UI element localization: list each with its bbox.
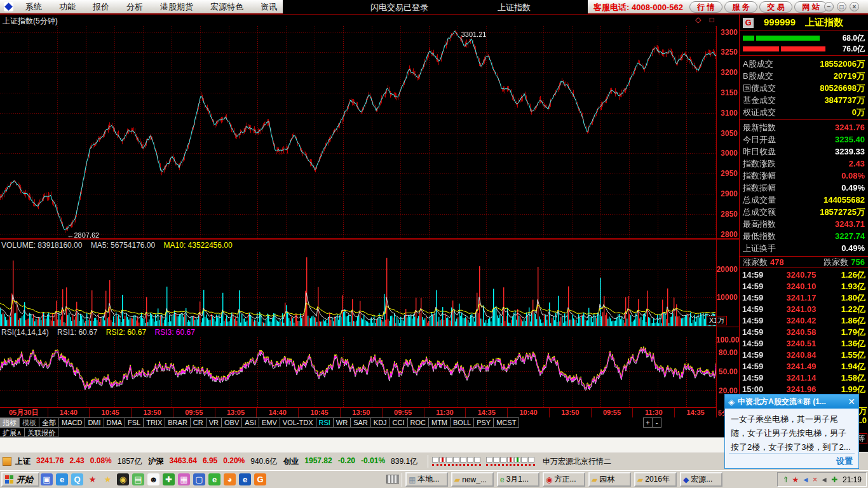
qq-icon[interactable]: ☻	[147, 473, 159, 485]
zoom-in-button[interactable]: +	[643, 417, 653, 428]
red-star-icon[interactable]: ★	[86, 473, 98, 485]
indicator-tab-MTM[interactable]: MTM	[428, 417, 451, 428]
keyboard-icon[interactable]	[386, 475, 399, 484]
tick-row[interactable]: 14:593240.841.55亿	[740, 349, 868, 361]
close-button[interactable]: ×	[850, 2, 859, 11]
blue-e-icon[interactable]: e	[239, 473, 251, 485]
restore-button[interactable]: □	[837, 2, 846, 11]
titlebar-button-行情[interactable]: 行 情	[689, 1, 722, 13]
titlebar-button-网站[interactable]: 网 站	[794, 1, 827, 13]
indicator-tab-DMA[interactable]: DMA	[104, 417, 125, 428]
indicator-tab-OBV[interactable]: OBV	[221, 417, 242, 428]
task-button-2016年[interactable]: ▰2016年	[634, 472, 677, 487]
menu-资讯[interactable]: 资讯	[261, 1, 277, 13]
titlebar-button-交易[interactable]: 交 易	[759, 1, 792, 13]
menu-分析[interactable]: 分析	[126, 1, 143, 13]
task-button-宏源...[interactable]: ◆宏源...	[680, 472, 722, 487]
tick-row[interactable]: 14:593240.751.26亿	[740, 269, 868, 281]
indicator-tab-BRAR[interactable]: BRAR	[165, 417, 191, 428]
titlebar-button-服务[interactable]: 服 务	[724, 1, 757, 13]
volume-chart-canvas[interactable]	[0, 252, 716, 326]
popup-settings-link[interactable]: 设置	[836, 456, 853, 467]
status-app-icon[interactable]	[3, 457, 11, 466]
price-chart-canvas[interactable]	[0, 26, 716, 238]
tick-row[interactable]: 14:593241.171.80亿	[740, 292, 868, 304]
indicator-tab-RSI[interactable]: RSI	[316, 417, 334, 428]
tick-list[interactable]: 14:593240.751.26亿14:593240.101.93亿14:593…	[740, 269, 868, 395]
indicator-tab-FSL[interactable]: FSL	[125, 417, 144, 428]
yellow-star-icon[interactable]: ★	[102, 473, 114, 485]
tab-指标[interactable]: 指标	[0, 417, 20, 428]
media-player-icon[interactable]: ▣	[41, 473, 53, 485]
indicator-tab-CR[interactable]: CR	[190, 417, 207, 428]
dict-icon[interactable]: ▤	[132, 473, 144, 485]
indicator-tab-TRIX[interactable]: TRIX	[143, 417, 165, 428]
popup-titlebar[interactable]: ◈ 中资北方A股交流④群 (1... ✕	[725, 395, 858, 409]
green-e-icon[interactable]: e	[208, 473, 220, 485]
indicator-tab-BOLL[interactable]: BOLL	[450, 417, 474, 428]
task-button-园林[interactable]: ▰园林	[588, 472, 631, 487]
trading-app-window: 系统功能报价分析港股期货宏源特色资讯工具帮助 闪电交易已登录 上证指数 客服电话…	[0, 0, 868, 488]
extension-tab-关联报价[interactable]: 关联报价	[24, 428, 58, 437]
task-button-new_...[interactable]: ▰new_...	[451, 472, 494, 487]
network-error-icon[interactable]: ×	[813, 476, 817, 484]
qq-browser-icon[interactable]: Q	[71, 473, 83, 485]
indicator-tab-PSY[interactable]: PSY	[473, 417, 494, 428]
tab-模板[interactable]: 模板	[19, 417, 39, 428]
tick-row[interactable]: 14:593241.031.22亿	[740, 304, 868, 315]
pptv-icon[interactable]: ◕	[224, 473, 236, 485]
indicator-tab-ROC[interactable]: ROC	[407, 417, 429, 428]
indicator-tab-VOL-TDX[interactable]: VOL-TDX	[280, 417, 316, 428]
star-tray-icon[interactable]: ★	[792, 476, 799, 484]
tick-row[interactable]: 14:593241.491.94亿	[740, 361, 868, 372]
indicator-tab-MCST[interactable]: MCST	[493, 417, 519, 428]
volume-icon[interactable]: ◄	[802, 476, 810, 484]
menu-报价[interactable]: 报价	[93, 1, 109, 13]
indicator-tab-DMI[interactable]: DMI	[85, 417, 104, 428]
menu-宏源特色[interactable]: 宏源特色	[210, 1, 243, 13]
rsi-chart-canvas[interactable]	[0, 337, 716, 407]
usb-icon[interactable]: ⇑	[782, 476, 789, 484]
indicator-tab-EMV[interactable]: EMV	[259, 417, 280, 428]
indicator-tab-KDJ[interactable]: KDJ	[370, 417, 390, 428]
tick-row[interactable]: 14:593240.421.86亿	[740, 315, 868, 327]
photo-icon[interactable]: ▦	[178, 473, 190, 485]
buy-volume-value: 68.0亿	[843, 33, 865, 44]
zoom-out-button[interactable]: -	[652, 417, 661, 428]
rsi3-value: RSI3: 60.67	[155, 328, 195, 337]
gom-icon[interactable]: G	[254, 473, 266, 485]
window-icon[interactable]: ▢	[193, 473, 205, 485]
menu-港股期货[interactable]: 港股期货	[160, 1, 193, 13]
indicator-tab-MACD[interactable]: MACD	[58, 417, 85, 428]
tick-row[interactable]: 14:593240.511.36亿	[740, 338, 868, 349]
signal-cell	[460, 457, 466, 463]
quote-row-指数振幅: 指数振幅0.49%	[740, 182, 868, 194]
shield-icon[interactable]: ✚	[831, 476, 837, 484]
task-button-方正...[interactable]: ◉方正...	[543, 472, 585, 487]
extension-tab-扩展∧[interactable]: 扩展∧	[0, 428, 25, 437]
indicator-tab-VR[interactable]: VR	[206, 417, 222, 428]
chart-corner-icons[interactable]: ◇ □	[695, 15, 717, 24]
task-button-本地...[interactable]: ▦本地...	[405, 472, 448, 487]
ie-icon[interactable]: e	[56, 473, 68, 485]
indicator-tab-CCI[interactable]: CCI	[390, 417, 408, 428]
indicator-tab-ASI[interactable]: ASI	[241, 417, 259, 428]
g-badge: G	[743, 18, 754, 28]
indicator-tab-SAR[interactable]: SAR	[350, 417, 371, 428]
safety-icon[interactable]: ✚	[163, 473, 175, 485]
tick-row[interactable]: 14:593240.581.79亿	[740, 327, 868, 338]
popup-close-icon[interactable]: ✕	[848, 396, 855, 407]
tick-row[interactable]: 14:593240.101.93亿	[740, 281, 868, 292]
task-button-3月1...[interactable]: e3月1...	[497, 472, 539, 487]
turnover-rows: A股成交18552006万B股成交20719万国债成交80526698万基金成交…	[740, 58, 868, 118]
menu-系统[interactable]: 系统	[25, 1, 42, 13]
indicator-tab-全部[interactable]: 全部	[39, 417, 59, 428]
quote-header[interactable]: G 999999 上证指数	[740, 15, 868, 31]
start-button[interactable]: 开始	[1, 472, 39, 487]
speaker-icon[interactable]: ◄	[820, 476, 828, 484]
eye-icon[interactable]: ◉	[117, 473, 129, 485]
indicator-tab-WR[interactable]: WR	[333, 417, 351, 428]
menu-功能[interactable]: 功能	[59, 1, 76, 13]
minimize-button[interactable]: −	[824, 2, 834, 11]
tick-row[interactable]: 14:593241.141.58亿	[740, 372, 868, 384]
